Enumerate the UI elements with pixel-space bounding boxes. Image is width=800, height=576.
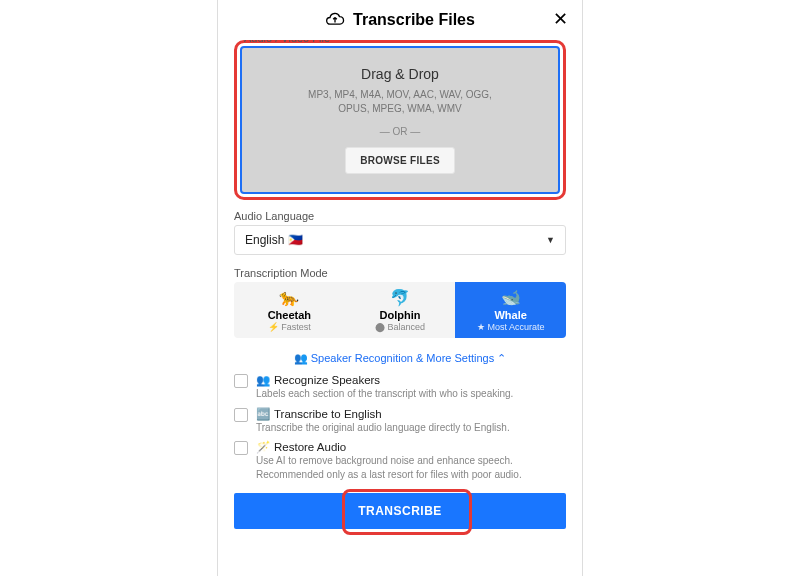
modal-header: Transcribe Files ✕ (218, 0, 582, 40)
checkbox-recognize-speakers[interactable] (234, 374, 248, 388)
dropzone-highlight: Drag & Drop MP3, MP4, M4A, MOV, AAC, WAV… (234, 40, 566, 200)
mode-label: Transcription Mode (234, 267, 566, 279)
checkbox-transcribe-english[interactable] (234, 408, 248, 422)
checkbox-restore-audio[interactable] (234, 441, 248, 455)
language-label: Audio Language (234, 210, 566, 222)
mode-selector: 🐆 Cheetah ⚡ Fastest 🐬 Dolphin ⬤ Balanced… (234, 282, 566, 338)
setting-recognize-speakers: 👥 Recognize Speakers Labels each section… (234, 373, 566, 401)
file-dropzone[interactable]: Drag & Drop MP3, MP4, M4A, MOV, AAC, WAV… (240, 46, 560, 194)
submit-row: TRANSCRIBE (234, 493, 566, 529)
transcribe-modal: Transcribe Files ✕ Audio / Video File 🔗 … (217, 0, 583, 576)
dropzone-formats: MP3, MP4, M4A, MOV, AAC, WAV, OGG, OPUS,… (252, 88, 548, 116)
speakers-icon: 👥 (256, 373, 270, 387)
cheetah-icon: 🐆 (238, 290, 341, 306)
dolphin-icon: 🐬 (349, 290, 452, 306)
language-value: English 🇵🇭 (245, 233, 303, 247)
mode-cheetah[interactable]: 🐆 Cheetah ⚡ Fastest (234, 282, 345, 338)
browse-files-button[interactable]: BROWSE FILES (345, 147, 455, 174)
more-settings-toggle[interactable]: 👥 Speaker Recognition & More Settings ⌃ (234, 352, 566, 365)
setting-restore-audio: 🪄 Restore Audio Use AI to remove backgro… (234, 440, 566, 481)
translate-icon: 🔤 (256, 407, 270, 421)
dropzone-or: — OR — (252, 126, 548, 137)
modal-title-row: Transcribe Files (325, 11, 475, 29)
chevron-down-icon: ▼ (546, 235, 555, 245)
transcribe-button[interactable]: TRANSCRIBE (234, 493, 566, 529)
cloud-upload-icon (325, 12, 345, 28)
modal-title: Transcribe Files (353, 11, 475, 29)
dropzone-section: Audio / Video File 🔗 Drag & Drop MP3, MP… (234, 40, 566, 210)
dropzone-title: Drag & Drop (252, 66, 548, 82)
whale-icon: 🐋 (459, 290, 562, 306)
close-button[interactable]: ✕ (553, 10, 568, 28)
file-field-label: Audio / Video File (244, 40, 330, 44)
mode-whale[interactable]: 🐋 Whale ★ Most Accurate (455, 282, 566, 338)
mode-dolphin[interactable]: 🐬 Dolphin ⬤ Balanced (345, 282, 456, 338)
language-select[interactable]: English 🇵🇭 ▼ (234, 225, 566, 255)
setting-transcribe-english: 🔤 Transcribe to English Transcribe the o… (234, 407, 566, 435)
modal-body: Audio / Video File 🔗 Drag & Drop MP3, MP… (218, 40, 582, 576)
wand-icon: 🪄 (256, 440, 270, 454)
